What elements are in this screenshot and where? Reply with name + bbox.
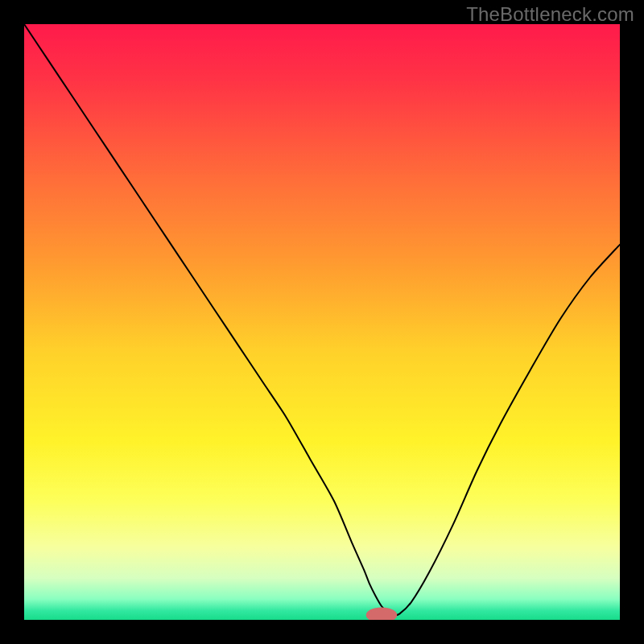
plot-area bbox=[24, 24, 620, 620]
chart-svg bbox=[24, 24, 620, 620]
watermark-text: TheBottleneck.com bbox=[466, 3, 634, 26]
chart-frame: TheBottleneck.com bbox=[0, 0, 644, 644]
gradient-background bbox=[24, 24, 620, 620]
